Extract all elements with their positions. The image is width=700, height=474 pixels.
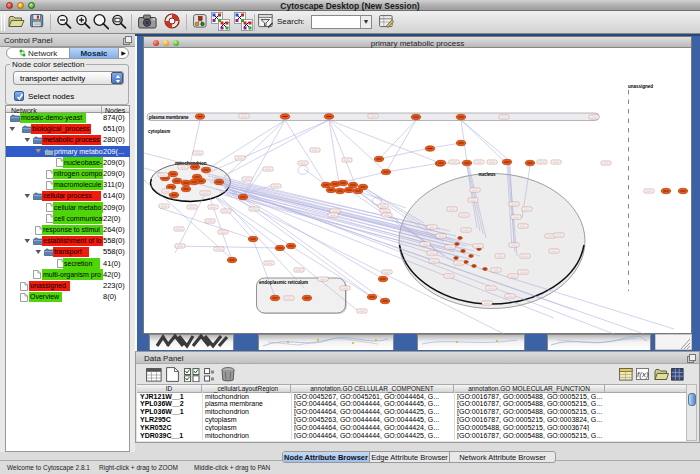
svg-text:unassigned: unassigned — [628, 84, 653, 89]
svg-text:nucleus: nucleus — [478, 172, 496, 177]
svg-text:plasma membrane: plasma membrane — [149, 115, 189, 120]
svg-text:cytoplasm: cytoplasm — [148, 129, 170, 134]
svg-text:endoplasmic reticulum: endoplasmic reticulum — [259, 280, 308, 285]
